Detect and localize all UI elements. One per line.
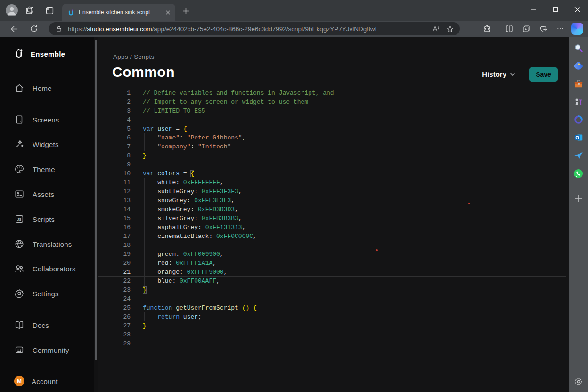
sidebar-item-account[interactable]: M Account [14, 375, 58, 387]
sidebar-item-widgets[interactable]: Widgets [14, 138, 59, 150]
close-window-button[interactable] [566, 0, 588, 19]
code-line[interactable]: 11 white: 0xFFFFFFFF, [98, 178, 566, 187]
browser-essentials-icon[interactable] [537, 23, 549, 35]
account-initial: M [17, 378, 22, 384]
new-tab-button[interactable] [181, 6, 190, 16]
code-line[interactable]: 12 subtleGrey: 0xFFF3F3F3, [98, 187, 566, 196]
breadcrumb-apps[interactable]: Apps [113, 53, 128, 60]
read-aloud-icon[interactable] [431, 24, 441, 34]
history-dropdown[interactable]: History [482, 70, 516, 78]
microsoft-365-icon[interactable] [573, 114, 584, 125]
screens-icon [14, 114, 24, 125]
code-line[interactable]: 24 [98, 294, 566, 303]
code-line[interactable]: 21 orange: 0xFFFF9000, [98, 268, 566, 277]
code-line[interactable]: 2// Import to any screen or widget to us… [98, 98, 566, 106]
code-line[interactable]: 6 "name": "Peter Gibbons", [98, 133, 566, 142]
back-icon[interactable] [8, 22, 21, 35]
sidebar-item-theme[interactable]: Theme [14, 163, 55, 175]
page-scrollbar[interactable] [94, 37, 98, 392]
sidebar-item-docs[interactable]: Docs [14, 319, 49, 331]
rail-divider [573, 186, 584, 186]
drop-icon[interactable] [573, 150, 584, 161]
code-line[interactable]: 15 silverGrey: 0xFFB3B3B3, [98, 214, 566, 223]
code-line[interactable]: 10var colors = { [98, 169, 566, 178]
code-editor[interactable]: 1// Define variables and functions in Ja… [98, 89, 566, 348]
code-line[interactable]: 19 green: 0xFF009900, [98, 250, 566, 259]
browser-tab[interactable]: Ensemble kitchen sink script [62, 4, 175, 21]
breadcrumb[interactable]: Apps / Scripts [113, 53, 155, 60]
line-number: 20 [98, 259, 131, 268]
sidebar-settings-gear-icon[interactable] [573, 376, 584, 387]
sidebar-item-community[interactable]: Community [14, 344, 69, 356]
url-text[interactable]: https://studio.ensembleui.com/app/e24402… [68, 25, 427, 33]
minimize-button[interactable] [523, 0, 545, 19]
edge-sidebar-rail [569, 37, 588, 392]
code-line[interactable]: 7 "company": "Initech" [98, 142, 566, 151]
copilot-icon[interactable] [571, 23, 583, 35]
sidebar-item-assets[interactable]: Assets [14, 188, 54, 200]
collections-icon[interactable] [520, 23, 532, 35]
sidebar-item-home[interactable]: Home [14, 82, 52, 94]
tab-actions-icon[interactable] [43, 4, 56, 16]
sidebar-item-label: Community [33, 346, 69, 354]
browser-tab-bar: Ensemble kitchen sink script [0, 0, 588, 21]
sidebar-divider [9, 310, 87, 310]
code-line[interactable]: 9 [98, 160, 566, 169]
code-line[interactable]: 18 [98, 241, 566, 250]
line-number: 24 [98, 294, 131, 303]
code-line[interactable]: 29 [98, 339, 566, 348]
code-line[interactable]: 8} [98, 151, 566, 160]
code-line[interactable]: 16 asphaltGrey: 0xFF131313, [98, 223, 566, 232]
code-line[interactable]: 28 [98, 330, 566, 339]
code-line[interactable]: 23} [98, 286, 566, 294]
code-line[interactable]: 27} [98, 321, 566, 330]
sidebar-item-translations[interactable]: Translations [14, 238, 72, 250]
account-avatar: M [14, 376, 24, 386]
sidebar-item-label: Widgets [33, 140, 59, 148]
code-line[interactable]: 1// Define variables and functions in Ja… [98, 89, 566, 98]
workspaces-icon[interactable] [24, 4, 36, 16]
code-line[interactable]: 17 cinematicBlack: 0xFF0C0C0C, [98, 232, 566, 241]
tab-close-icon[interactable] [165, 10, 171, 15]
refresh-icon[interactable] [27, 22, 41, 35]
code-line[interactable]: 4 [98, 115, 566, 124]
code-line[interactable]: 3// LIMITED TO ES5 [98, 106, 566, 115]
code-line[interactable]: 22 blue: 0xFF00AAFF, [98, 277, 566, 286]
scrollbar-thumb[interactable] [95, 40, 97, 360]
globe-icon [14, 239, 24, 249]
code-line[interactable]: 26 return user; [98, 312, 566, 321]
code-line[interactable]: 20 red: 0xFFFF1A1A, [98, 259, 566, 268]
profile-button[interactable] [6, 4, 18, 16]
discord-icon [14, 345, 24, 355]
sidebar-item-collaborators[interactable]: Collaborators [14, 262, 76, 275]
maximize-button[interactable] [545, 0, 566, 19]
browser-toolbar: https://studio.ensembleui.com/app/e24402… [0, 21, 588, 37]
games-icon[interactable] [573, 96, 584, 107]
sidebar-item-screens[interactable]: Screens [14, 114, 59, 126]
address-bar[interactable]: https://studio.ensembleui.com/app/e24402… [49, 22, 460, 35]
code-line[interactable]: 5var user = { [98, 124, 566, 133]
whatsapp-icon[interactable] [573, 168, 584, 179]
breadcrumb-scripts[interactable]: Scripts [134, 53, 154, 60]
sidebar-item-settings[interactable]: Settings [14, 287, 59, 300]
gear-icon [14, 288, 24, 299]
line-number: 4 [98, 115, 131, 124]
code-line[interactable]: 25function getUserFromScript () { [98, 303, 566, 312]
save-button[interactable]: Save [529, 67, 558, 82]
extensions-icon[interactable] [481, 23, 493, 35]
theme-palette-icon [14, 164, 24, 174]
add-to-sidebar-icon[interactable] [573, 193, 584, 204]
sidebar-item-scripts[interactable]: JS Scripts [14, 213, 55, 225]
shopping-icon[interactable] [573, 60, 584, 72]
more-options-icon[interactable] [554, 23, 566, 35]
split-screen-icon[interactable] [503, 23, 515, 35]
code-line[interactable]: 14 smokeGrey: 0xFFD3D3D3, [98, 205, 566, 214]
search-icon[interactable] [573, 42, 584, 54]
lock-icon[interactable] [54, 24, 64, 34]
code-line[interactable]: 13 snowGrey: 0xFFE3E3E3, [98, 196, 566, 205]
outlook-icon[interactable] [573, 132, 584, 143]
favorite-star-icon[interactable] [445, 24, 455, 34]
tools-icon[interactable] [573, 78, 584, 90]
line-number: 21 [98, 268, 131, 276]
browser-window: Ensemble kitchen sink script [0, 0, 588, 392]
